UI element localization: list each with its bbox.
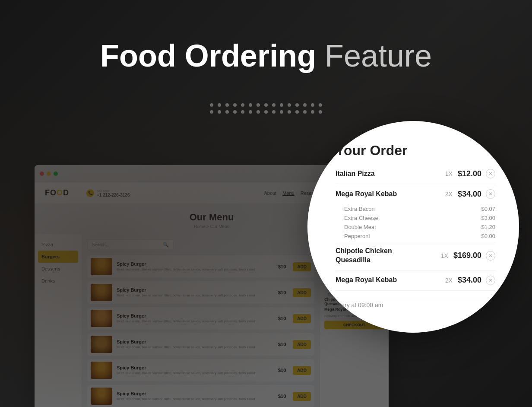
zoom-item-price-pizza: $12.00 [458,169,481,178]
zoom-item-qty-pizza: 1X [445,170,453,177]
dot-17[interactable] [218,110,221,114]
dot-28[interactable] [303,110,307,114]
dot-25[interactable] [280,110,283,114]
zoom-sub-extra-cheese: Extra Cheese $3.00 [336,215,495,221]
dot-3[interactable] [225,103,229,107]
zoom-item-qty-chipotle: 1X [441,252,448,259]
dot-19[interactable] [233,110,237,114]
zoom-item-price-kebab-2: $34.00 [458,276,481,285]
hero-title-light: Feature [325,38,432,73]
zoom-item-price-kebab: $34.00 [458,190,481,199]
dot-9[interactable] [272,103,276,107]
dot-2[interactable] [218,103,221,107]
dot-5[interactable] [241,103,244,107]
dot-12[interactable] [295,103,299,107]
dot-7[interactable] [256,103,260,107]
zoom-remove-pizza[interactable]: ✕ [486,169,495,178]
dot-6[interactable] [249,103,252,107]
zoom-delivery-text: livery at 09:00 am [336,298,495,308]
zoom-remove-kebab-2[interactable]: ✕ [486,276,495,285]
zoom-item-name-chipotle: Chipotle ChickenQuesadilla [336,247,436,265]
dot-26[interactable] [288,110,291,114]
zoom-sub-name: Extra Cheese [344,215,378,221]
dot-18[interactable] [225,110,229,114]
hero-title: Food Ordering Feature [100,39,432,73]
dot-1[interactable] [210,103,213,107]
dot-8[interactable] [264,103,268,107]
dots-row-2 [210,110,322,114]
zoom-item-price-chipotle: $169.00 [453,251,481,260]
zoom-remove-chipotle[interactable]: ✕ [486,251,495,261]
dot-21[interactable] [249,110,252,114]
zoom-sub-price: $3.00 [481,215,495,221]
zoom-order-row-kebab: Mega Royal Kebab 2X $34.00 ✕ [336,189,495,204]
dot-27[interactable] [295,110,299,114]
hero-title-bold: Food Ordering [100,38,316,73]
dot-16[interactable] [210,110,213,114]
zoom-order-panel: Your Order Italian Pizza 1X $12.00 ✕ Meg… [307,121,519,333]
zoom-order-row-chipotle: Chipotle ChickenQuesadilla 1X $169.00 ✕ [336,247,495,270]
dot-24[interactable] [272,110,276,114]
zoom-sub-name-double-meat: Double Meat [344,224,376,230]
zoom-sub-double-meat: Double Meat $1.20 [336,224,495,230]
dot-10[interactable] [280,103,283,107]
zoom-kebab-group: Mega Royal Kebab 2X $34.00 ✕ Extra Bacon… [336,189,495,247]
zoom-item-name-kebab-2: Mega Royal Kebab [336,276,440,285]
zoom-sub-price-double-meat: $1.20 [481,224,495,230]
dot-15[interactable] [319,103,322,107]
zoom-sub-name: Pepperoni [344,233,370,239]
zoom-order-title: Your Order [336,143,495,159]
zoom-order-row-pizza: Italian Pizza 1X $12.00 ✕ [336,169,495,184]
zoom-sub-price: $0.07 [481,206,495,212]
zoom-order-row-kebab-2: Mega Royal Kebab 2X $34.00 ✕ [336,276,495,291]
zoom-sub-pepperoni: Pepperoni $0.00 [336,233,495,243]
zoom-sub-extra-bacon: Extra Bacon $0.07 [336,206,495,212]
dot-22[interactable] [256,110,260,114]
dot-13[interactable] [303,103,307,107]
zoom-item-name-kebab: Mega Royal Kebab [336,190,440,199]
dot-30[interactable] [319,110,322,114]
zoom-item-qty-kebab: 2X [445,191,453,197]
zoom-item-qty-kebab-2: 2X [445,277,453,284]
zoom-order-content: Your Order Italian Pizza 1X $12.00 ✕ Meg… [307,121,519,333]
dot-14[interactable] [311,103,314,107]
slide-indicators [210,103,322,114]
dot-11[interactable] [288,103,291,107]
zoom-sub-price: $0.00 [481,233,495,239]
zoom-sub-name: Extra Bacon [344,206,375,212]
dot-23[interactable] [264,110,268,114]
zoom-item-name-pizza: Italian Pizza [336,169,440,178]
dot-4[interactable] [233,103,237,107]
dots-row-1 [210,103,322,107]
dot-20[interactable] [241,110,244,114]
dot-29[interactable] [311,110,314,114]
zoom-remove-kebab[interactable]: ✕ [486,189,495,199]
